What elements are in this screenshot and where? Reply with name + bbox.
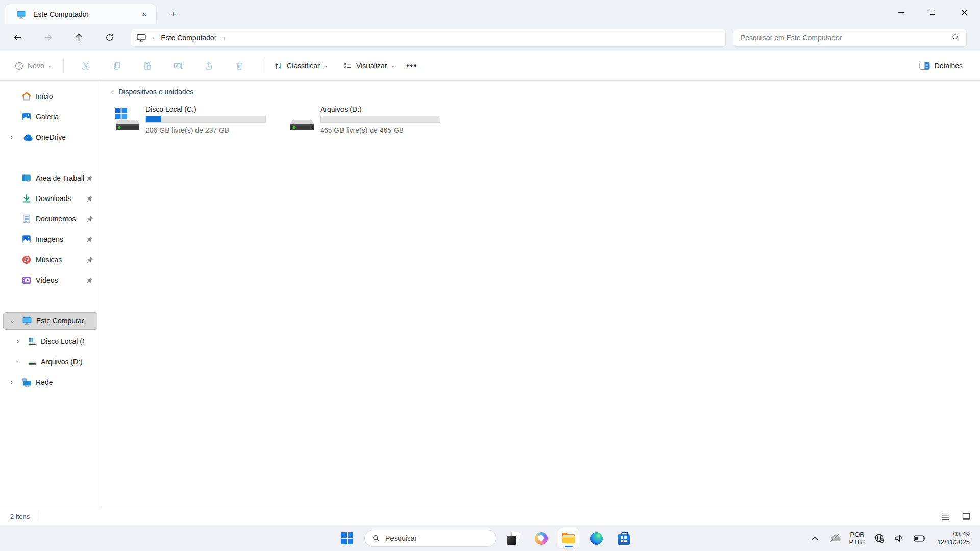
drive-icon: [28, 357, 37, 366]
onedrive-status-button[interactable]: [827, 531, 842, 546]
navigation-bar: › Este Computador ›: [0, 24, 980, 51]
chevron-right-icon[interactable]: ›: [14, 338, 21, 345]
copilot-icon: [535, 532, 548, 545]
thumbnail-view-icon: [962, 513, 970, 520]
view-button[interactable]: Visualizar ⌄: [339, 58, 399, 74]
sidebar-item-label: OneDrive: [36, 133, 84, 141]
delete-button[interactable]: [227, 56, 252, 76]
music-icon: [21, 255, 32, 265]
chevron-down-icon[interactable]: ⌄: [9, 317, 16, 324]
file-explorer-icon: [561, 532, 576, 544]
file-explorer-window: Este Computador ✕ + › Este Computador ›: [0, 0, 980, 525]
breadcrumb-chevron-icon[interactable]: ›: [223, 34, 225, 41]
details-pane-button[interactable]: Detalhes: [914, 58, 968, 73]
forward-button[interactable]: [38, 29, 58, 47]
minimize-button[interactable]: [885, 0, 917, 24]
see-more-button[interactable]: •••: [399, 61, 425, 70]
drive-free-space: 206 GB livre(s) de 237 GB: [145, 126, 268, 134]
share-button[interactable]: [197, 56, 221, 76]
pin-icon[interactable]: [86, 236, 93, 243]
sidebar-item-videos[interactable]: Vídeos: [3, 271, 97, 289]
volume-button[interactable]: [892, 531, 908, 546]
explorer-tab[interactable]: Este Computador ✕: [5, 4, 156, 24]
close-button[interactable]: [948, 0, 980, 24]
delete-icon: [234, 61, 244, 71]
sidebar-item-rede[interactable]: › Rede: [3, 373, 97, 391]
sidebar-item-arquivos-d[interactable]: › Arquivos (D:): [3, 353, 97, 370]
details-view-button[interactable]: [939, 510, 952, 523]
view-icon: [343, 61, 353, 71]
network-icon: [21, 377, 32, 387]
drive-name: Arquivos (D:): [320, 105, 443, 113]
copy-button[interactable]: [105, 56, 129, 76]
copilot-button[interactable]: [531, 528, 551, 548]
clock[interactable]: 03:49 12/11/2025: [932, 530, 973, 546]
search-input[interactable]: [741, 34, 951, 42]
group-header-devices[interactable]: ⌄ Dispositivos e unidades: [110, 88, 980, 96]
sidebar-item-area-de-trabalho[interactable]: Área de Trabalho: [3, 169, 97, 187]
maximize-button[interactable]: [917, 0, 948, 24]
pin-icon[interactable]: [86, 256, 93, 264]
battery-button[interactable]: [912, 531, 927, 546]
start-button[interactable]: [337, 528, 357, 548]
paste-button[interactable]: [135, 56, 160, 76]
sidebar-item-onedrive[interactable]: › OneDrive: [3, 129, 97, 146]
sidebar-item-este-computador[interactable]: ⌄ Este Computador: [3, 312, 97, 330]
sidebar-item-imagens[interactable]: Imagens: [3, 231, 97, 248]
drive-tile-c[interactable]: Disco Local (C:) 206 GB livre(s) de 237 …: [110, 103, 271, 137]
share-icon: [204, 61, 214, 71]
task-view-button[interactable]: [503, 528, 524, 548]
this-pc-icon: [22, 316, 32, 326]
refresh-button[interactable]: [99, 29, 119, 47]
chevron-down-icon: ⌄: [390, 64, 395, 68]
chevron-right-icon[interactable]: ›: [8, 379, 15, 386]
system-drive-icon: [28, 337, 37, 346]
network-status-button[interactable]: [872, 531, 888, 546]
task-view-icon: [507, 532, 520, 545]
chevron-right-icon[interactable]: ›: [14, 358, 21, 365]
back-icon: [13, 33, 22, 42]
sidebar-item-label: Vídeos: [36, 276, 84, 284]
microsoft-store-button[interactable]: [614, 528, 634, 548]
tab-close-icon[interactable]: ✕: [138, 8, 151, 21]
sidebar-item-documentos[interactable]: Documentos: [3, 210, 97, 228]
show-hidden-icons-button[interactable]: [807, 531, 822, 546]
sidebar-item-inicio[interactable]: Início: [3, 88, 97, 105]
toolbar-divider: [63, 58, 64, 73]
sidebar-item-disco-local-c[interactable]: › Disco Local (C:): [3, 333, 97, 350]
large-icons-view-button[interactable]: [960, 510, 973, 523]
windows-logo-icon: [341, 532, 353, 544]
new-tab-button[interactable]: +: [166, 7, 181, 21]
language-code: POR: [849, 531, 866, 538]
rename-button[interactable]: [166, 56, 190, 76]
sidebar-item-musicas[interactable]: Músicas: [3, 251, 97, 268]
sidebar-item-downloads[interactable]: Downloads: [3, 190, 97, 207]
language-indicator[interactable]: POR PTB2: [847, 531, 868, 546]
address-bar[interactable]: › Este Computador ›: [131, 29, 726, 47]
collapse-chevron-icon[interactable]: ⌄: [110, 89, 114, 95]
back-button[interactable]: [7, 29, 28, 47]
this-pc-icon: [16, 10, 26, 19]
pin-icon[interactable]: [86, 174, 93, 182]
taskbar-search-input[interactable]: [385, 534, 472, 542]
new-button[interactable]: Novo ⌄: [10, 58, 56, 74]
drive-tile-d[interactable]: Arquivos (D:) 465 GB livre(s) de 465 GB: [284, 103, 446, 137]
pin-icon[interactable]: [86, 215, 93, 223]
sidebar-item-galeria[interactable]: Galeria: [3, 108, 97, 126]
taskbar-search[interactable]: [364, 530, 496, 547]
search-icon[interactable]: [951, 33, 960, 42]
chevron-right-icon[interactable]: ›: [8, 134, 15, 141]
pin-icon[interactable]: [86, 277, 93, 284]
pin-icon[interactable]: [86, 195, 93, 203]
new-label: Novo: [28, 62, 44, 70]
breadcrumb-chevron-icon[interactable]: ›: [153, 34, 155, 41]
breadcrumb-root[interactable]: Este Computador: [161, 34, 216, 42]
edge-button[interactable]: [586, 528, 606, 548]
sort-button[interactable]: Classificar ⌄: [270, 58, 332, 74]
drive-name: Disco Local (C:): [145, 105, 268, 113]
sidebar-item-label: Músicas: [36, 256, 84, 264]
up-button[interactable]: [68, 29, 89, 47]
cut-button[interactable]: [74, 56, 99, 76]
search-box[interactable]: [734, 29, 967, 47]
file-explorer-button[interactable]: [558, 528, 579, 548]
